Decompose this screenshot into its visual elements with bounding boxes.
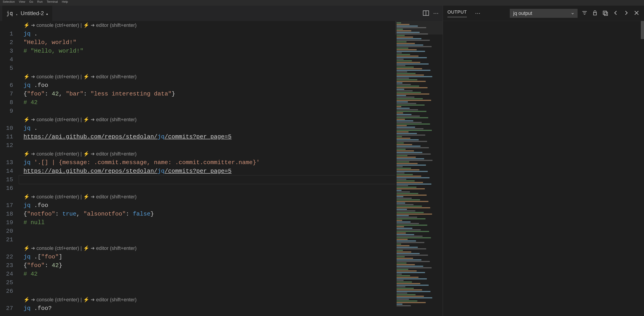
panel-tab-output[interactable]: OUTPUT: [448, 9, 467, 17]
menu-go[interactable]: Go: [29, 0, 33, 3]
code-area[interactable]: ⚡ ➜ console (ctrl+enter) | ⚡ ➜ editor (s…: [19, 21, 395, 316]
code-line[interactable]: [24, 287, 395, 296]
tab-bar: jq . Untitled-2: [0, 6, 443, 21]
minimap-viewport[interactable]: [395, 21, 443, 34]
code-line[interactable]: {"foo": 42, "bar": "less interesting dat…: [24, 90, 395, 98]
code-lens-run[interactable]: ⚡ ➜ console (ctrl+enter) | ⚡ ➜ editor (s…: [24, 150, 395, 158]
menubar: Selection View Go Run Terminal Help: [0, 0, 644, 6]
code-line[interactable]: [24, 141, 395, 150]
minimap-line: [396, 76, 432, 77]
code-line[interactable]: https://api.github.com/repos/stedolan/jq…: [24, 132, 395, 141]
minimap-line: [396, 73, 416, 74]
code-line[interactable]: "Hello, world!": [24, 38, 395, 47]
output-channel-select[interactable]: jq output: [510, 9, 578, 18]
menu-terminal[interactable]: Terminal: [47, 0, 58, 3]
close-icon[interactable]: [634, 10, 640, 16]
more-actions-icon[interactable]: [433, 10, 438, 16]
lock-icon[interactable]: [592, 10, 598, 16]
minimap-line: [396, 223, 419, 224]
menu-run[interactable]: Run: [37, 0, 43, 3]
minimap-line: [396, 172, 404, 174]
tab-untitled-2[interactable]: jq . Untitled-2: [2, 6, 52, 21]
panel-scrollbar[interactable]: [641, 21, 644, 316]
minimap-line: [396, 293, 407, 294]
output-body[interactable]: [443, 21, 644, 316]
code-line[interactable]: jq .foo?: [24, 304, 395, 313]
code-line[interactable]: [24, 235, 395, 244]
code-line[interactable]: jq '.[] | {message: .commit.message, nam…: [24, 158, 395, 167]
split-editor-icon[interactable]: [423, 10, 429, 17]
minimap-line: [396, 160, 432, 161]
minimap-line: [396, 201, 428, 202]
minimap-line: [396, 152, 422, 153]
minimap[interactable]: [395, 21, 443, 316]
menu-help[interactable]: Help: [62, 0, 68, 3]
minimap-line: [396, 252, 411, 253]
minimap-line: [396, 112, 403, 113]
code-line[interactable]: # null: [24, 218, 395, 227]
panel-scrollbar-thumb[interactable]: [641, 21, 644, 39]
code-line[interactable]: [24, 278, 395, 287]
code-line[interactable]: # 42: [24, 98, 395, 107]
minimap-line: [396, 82, 402, 83]
code-line[interactable]: # 42: [24, 270, 395, 278]
minimap-line: [396, 111, 426, 112]
minimap-line: [396, 144, 412, 145]
minimap-line: [396, 62, 420, 63]
code-line[interactable]: jq .foo: [24, 201, 395, 210]
minimap-line: [396, 120, 413, 121]
code-line[interactable]: [24, 55, 395, 64]
code-lens-run[interactable]: ⚡ ➜ console (ctrl+enter) | ⚡ ➜ editor (s…: [24, 115, 395, 124]
line-number: 7: [0, 90, 13, 98]
minimap-line: [396, 185, 408, 186]
code-line[interactable]: {"foo": 42}: [24, 261, 395, 270]
code-line[interactable]: [24, 64, 395, 72]
menu-view[interactable]: View: [19, 0, 25, 3]
minimap-line: [396, 204, 414, 205]
code-lens-run[interactable]: ⚡ ➜ console (ctrl+enter) | ⚡ ➜ editor (s…: [24, 72, 395, 81]
code-line[interactable]: {"notfoo": true, "alsonotfoo": false}: [24, 210, 395, 218]
line-number: 2: [0, 38, 13, 47]
minimap-line: [396, 40, 430, 41]
minimap-line: [396, 239, 408, 240]
minimap-line: [396, 38, 422, 39]
code-lens-run[interactable]: ⚡ ➜ console (ctrl+enter) | ⚡ ➜ editor (s…: [24, 244, 395, 253]
editor-body[interactable]: 1234567891011121314151617181920212223242…: [0, 21, 443, 316]
tab-dot: .: [15, 10, 18, 16]
code-line[interactable]: jq .: [24, 29, 395, 38]
chevron-right-icon[interactable]: [623, 10, 629, 16]
minimap-line: [396, 138, 410, 139]
minimap-line: [396, 255, 428, 256]
minimap-line: [396, 218, 426, 219]
code-line[interactable]: [24, 107, 395, 115]
minimap-line: [396, 212, 424, 213]
line-number: 26: [0, 287, 13, 296]
chevron-left-icon[interactable]: [613, 10, 619, 16]
code-lens-run[interactable]: ⚡ ➜ console (ctrl+enter) | ⚡ ➜ editor (s…: [24, 296, 395, 304]
open-log-icon[interactable]: [602, 10, 608, 16]
minimap-line: [396, 283, 420, 284]
code-line[interactable]: # "Hello, world!": [24, 47, 395, 55]
filter-icon[interactable]: [582, 10, 588, 16]
code-line[interactable]: [24, 184, 395, 193]
code-lens-run[interactable]: ⚡ ➜ console (ctrl+enter) | ⚡ ➜ editor (s…: [24, 21, 395, 29]
code-line[interactable]: [24, 227, 395, 235]
minimap-line: [396, 142, 404, 144]
menu-selection[interactable]: Selection: [3, 0, 15, 3]
minimap-line: [396, 253, 420, 254]
minimap-line: [396, 139, 419, 140]
minimap-line: [396, 131, 408, 132]
minimap-line: [396, 81, 426, 82]
code-line[interactable]: jq .: [24, 124, 395, 132]
code-line[interactable]: https://api.github.com/repos/stedolan/jq…: [24, 167, 395, 175]
minimap-line: [396, 93, 429, 95]
code-line[interactable]: [24, 175, 395, 184]
code-line[interactable]: jq .["foo"]: [24, 253, 395, 261]
code-line[interactable]: jq .foo: [24, 81, 395, 90]
minimap-line: [396, 36, 413, 38]
panel-more-icon[interactable]: [475, 10, 480, 16]
minimap-line: [396, 221, 410, 223]
code-lens-run[interactable]: ⚡ ➜ console (ctrl+enter) | ⚡ ➜ editor (s…: [24, 193, 395, 201]
line-number: 12: [0, 141, 13, 150]
minimap-line: [396, 206, 422, 207]
